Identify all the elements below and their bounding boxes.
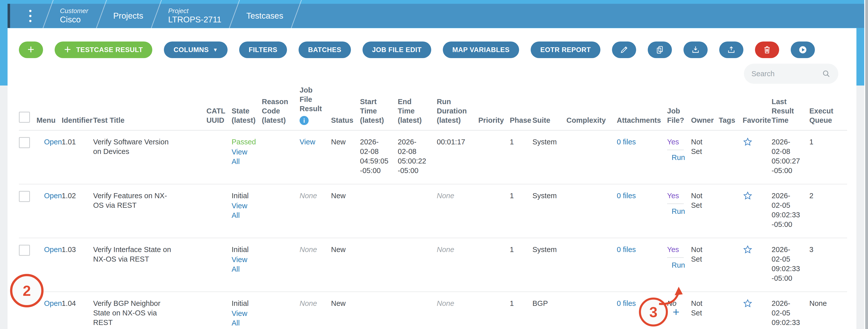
columns-button[interactable]: COLUMNS ▼ bbox=[164, 41, 227, 58]
phase: 1 bbox=[510, 130, 532, 184]
col-start-time: Start Time (latest) bbox=[360, 86, 398, 130]
status: New bbox=[331, 292, 360, 329]
open-link[interactable]: Open bbox=[44, 245, 62, 254]
catl-uuid bbox=[207, 184, 231, 238]
favorite-star-icon[interactable] bbox=[743, 299, 753, 308]
attachments-link[interactable]: 0 files bbox=[617, 299, 636, 307]
attachments-link[interactable]: 0 files bbox=[617, 245, 636, 254]
col-owner: Owner bbox=[691, 86, 719, 130]
col-run-duration: Run Duration (latest) bbox=[437, 86, 478, 130]
col-identifier: Identifier bbox=[62, 86, 93, 130]
search-input[interactable] bbox=[751, 70, 822, 78]
select-all-checkbox[interactable] bbox=[19, 112, 30, 123]
col-execution-queue: Execut Queue bbox=[809, 86, 847, 130]
job-file-result: None bbox=[300, 192, 317, 200]
eotr-report-button[interactable]: EOTR REPORT bbox=[531, 41, 600, 58]
owner: Not Set bbox=[691, 238, 719, 292]
favorite-star-icon[interactable] bbox=[743, 191, 753, 201]
toolbar: + + TESTCASE RESULT COLUMNS ▼ FILTERS BA… bbox=[19, 41, 846, 58]
col-state: State (latest) bbox=[231, 86, 262, 130]
col-status: Status bbox=[331, 86, 360, 130]
status: New bbox=[331, 238, 360, 292]
search-icon[interactable] bbox=[822, 69, 831, 78]
view-all-link[interactable]: View All bbox=[231, 308, 253, 328]
col-phase: Phase bbox=[510, 86, 532, 130]
job-file-run-link[interactable]: Run bbox=[672, 206, 685, 216]
delete-button[interactable] bbox=[755, 41, 779, 58]
chevron-down-icon: ▼ bbox=[213, 47, 218, 53]
run-duration: None bbox=[437, 299, 454, 307]
run-button[interactable] bbox=[791, 41, 815, 58]
view-all-link[interactable]: View All bbox=[231, 147, 253, 166]
vertical-scrollbar[interactable] bbox=[864, 0, 868, 329]
row-checkbox[interactable] bbox=[19, 137, 30, 148]
tags bbox=[719, 292, 743, 329]
pencil-icon bbox=[619, 45, 629, 55]
favorite-star-icon[interactable] bbox=[743, 245, 753, 255]
annotation-circle-3: 3 bbox=[639, 298, 668, 327]
job-file-yes-link[interactable]: Yes bbox=[667, 138, 679, 146]
view-all-link[interactable]: View All bbox=[231, 201, 253, 220]
job-file-edit-button[interactable]: JOB FILE EDIT bbox=[363, 41, 431, 58]
state-value: Initial bbox=[231, 192, 249, 200]
kebab-menu-icon[interactable] bbox=[26, 7, 35, 25]
view-all-link[interactable]: View All bbox=[231, 255, 253, 274]
start-time bbox=[360, 292, 398, 329]
run-duration: None bbox=[437, 192, 454, 200]
batches-button[interactable]: BATCHES bbox=[299, 41, 351, 58]
execution-queue: 3 bbox=[809, 238, 847, 292]
search-box bbox=[744, 64, 838, 84]
open-link[interactable]: Open bbox=[44, 192, 62, 200]
col-attachments: Attachments bbox=[617, 86, 667, 130]
play-icon bbox=[798, 45, 808, 55]
phase: 1 bbox=[510, 292, 532, 329]
table-row: Open 1.04 Verify BGP Neighbor State on N… bbox=[19, 292, 847, 329]
job-file-yes-link[interactable]: Yes bbox=[667, 245, 679, 254]
breadcrumb-item-projects[interactable]: Projects bbox=[111, 11, 146, 21]
attachments-link[interactable]: 0 files bbox=[617, 192, 636, 200]
job-file-run-link[interactable]: Run bbox=[672, 153, 685, 162]
filters-button[interactable]: FILTERS bbox=[239, 41, 287, 58]
favorite-star-icon[interactable] bbox=[743, 137, 753, 147]
job-file-result-link[interactable]: View bbox=[300, 138, 315, 146]
start-time: 2026- 02-08 04:59:05 -05:00 bbox=[360, 130, 398, 184]
tags bbox=[719, 184, 743, 238]
add-button[interactable]: + bbox=[19, 41, 43, 58]
catl-uuid bbox=[207, 238, 231, 292]
state-value: Initial bbox=[231, 299, 249, 307]
attachments-link[interactable]: 0 files bbox=[617, 138, 636, 146]
breadcrumb-label: Customer bbox=[60, 7, 88, 14]
test-title: Verify Software Version on Devices bbox=[93, 130, 207, 184]
owner: Not Set bbox=[691, 130, 719, 184]
breadcrumb-item-customer[interactable]: Customer Cisco bbox=[57, 7, 91, 25]
breadcrumb-item-project[interactable]: Project LTROPS-2711 bbox=[166, 7, 224, 25]
col-job-file: Job File? bbox=[667, 86, 691, 130]
job-file-yes-link[interactable]: Yes bbox=[667, 192, 679, 200]
row-checkbox[interactable] bbox=[19, 245, 30, 256]
open-link[interactable]: Open bbox=[44, 299, 62, 307]
download-button[interactable] bbox=[683, 41, 708, 58]
upload-button[interactable] bbox=[719, 41, 743, 58]
breadcrumb-separator bbox=[227, 0, 240, 32]
scrollbar-thumb[interactable] bbox=[865, 0, 868, 329]
edit-button[interactable] bbox=[612, 41, 636, 58]
add-testcase-result-button[interactable]: + TESTCASE RESULT bbox=[55, 41, 152, 58]
owner: Not Set bbox=[691, 292, 719, 329]
job-file-run-link[interactable]: Run bbox=[672, 260, 685, 270]
identifier: 1.01 bbox=[62, 130, 93, 184]
status: New bbox=[331, 130, 360, 184]
breadcrumb-name: Testcases bbox=[246, 11, 283, 21]
add-job-file-plus-icon[interactable]: + bbox=[673, 308, 679, 316]
info-icon[interactable]: i bbox=[300, 116, 309, 125]
copy-button[interactable] bbox=[648, 41, 672, 58]
priority bbox=[478, 130, 510, 184]
priority bbox=[478, 292, 510, 329]
row-checkbox[interactable] bbox=[19, 191, 30, 202]
breadcrumb-item-testcases[interactable]: Testcases bbox=[244, 11, 286, 21]
priority bbox=[478, 238, 510, 292]
col-suite: Suite bbox=[532, 86, 566, 130]
open-link[interactable]: Open bbox=[44, 138, 62, 146]
end-time bbox=[398, 184, 437, 238]
annotation-circle-2: 2 bbox=[10, 274, 43, 307]
map-variables-button[interactable]: MAP VARIABLES bbox=[443, 41, 519, 58]
